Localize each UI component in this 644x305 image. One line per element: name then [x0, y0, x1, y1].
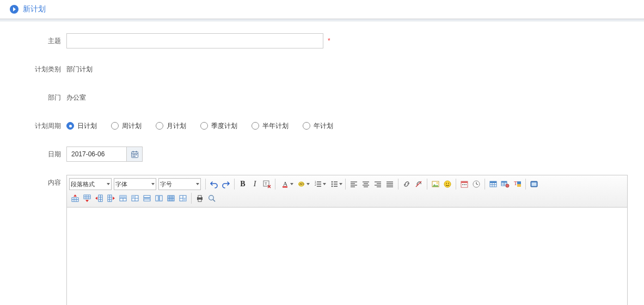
- cycle-radio-option[interactable]: 日计划: [66, 121, 97, 131]
- svg-marker-94: [113, 197, 115, 200]
- table-props-button[interactable]: [499, 178, 511, 190]
- delete-col-icon: [155, 194, 163, 203]
- svg-rect-120: [198, 196, 201, 198]
- svg-rect-9: [134, 156, 135, 157]
- svg-marker-79: [73, 194, 77, 197]
- subject-input[interactable]: [66, 33, 323, 48]
- cycle-radio-option[interactable]: 季度计划: [200, 121, 237, 131]
- clearformat-button[interactable]: T: [261, 178, 273, 190]
- chevron-down-icon: [339, 183, 342, 185]
- row-content: 内容 段落格式 字体 字号 B I: [0, 175, 628, 305]
- delete-row-icon: [143, 194, 151, 203]
- fullscreen-button[interactable]: [528, 178, 540, 190]
- fullscreen-icon: [530, 180, 538, 188]
- radio-icon: [111, 122, 119, 130]
- svg-text:A: A: [283, 180, 287, 187]
- format-select[interactable]: 段落格式: [69, 178, 112, 190]
- cycle-radio-option[interactable]: 半年计划: [252, 121, 289, 131]
- svg-rect-118: [183, 198, 186, 201]
- insert-time-button[interactable]: [470, 178, 482, 190]
- svg-marker-84: [85, 200, 89, 202]
- editor-toolbar: 段落格式 字体 字号 B I T: [67, 175, 627, 208]
- editor-textarea[interactable]: [67, 208, 627, 305]
- insert-date-button[interactable]: [458, 178, 470, 190]
- link-button[interactable]: [401, 178, 413, 190]
- merge-cells-icon: [119, 194, 127, 203]
- split-cells-icon: [131, 194, 139, 203]
- table-cellcolor-button[interactable]: T: [511, 178, 523, 190]
- svg-rect-121: [198, 199, 201, 202]
- ordered-list-button[interactable]: 12: [310, 178, 327, 190]
- emoji-button[interactable]: [441, 178, 453, 190]
- unordered-list-button[interactable]: [327, 178, 343, 190]
- align-center-button[interactable]: [360, 178, 372, 190]
- radio-label: 年计划: [314, 121, 333, 131]
- department-label: 部门: [0, 90, 61, 105]
- svg-text:ab: ab: [299, 182, 304, 186]
- preview-button[interactable]: [206, 192, 218, 204]
- separator: [398, 179, 398, 190]
- department-value: 办公室: [66, 90, 86, 105]
- align-left-icon: [349, 180, 358, 188]
- svg-rect-56: [465, 184, 467, 185]
- table-merge-cells-button[interactable]: [117, 192, 129, 204]
- toolbar-row-1: 段落格式 字体 字号 B I T: [69, 177, 625, 191]
- unlink-button[interactable]: [413, 178, 425, 190]
- table-delete-row-button[interactable]: [141, 192, 153, 204]
- insert-table-button[interactable]: [487, 178, 499, 190]
- date-input[interactable]: [66, 147, 126, 162]
- cell-props-icon: [179, 194, 187, 203]
- svg-text:2: 2: [315, 183, 316, 186]
- align-justify-button[interactable]: [384, 178, 396, 190]
- svg-rect-7: [136, 154, 137, 155]
- align-center-icon: [361, 180, 370, 188]
- undo-button[interactable]: [208, 178, 220, 190]
- svg-rect-53: [461, 181, 468, 183]
- table-delete-button[interactable]: [165, 192, 177, 204]
- print-icon: [195, 194, 204, 203]
- chevron-down-icon: [323, 183, 326, 185]
- table-insert-row-below-button[interactable]: [81, 192, 93, 204]
- align-left-button[interactable]: [348, 178, 360, 190]
- svg-rect-15: [283, 186, 287, 188]
- page-title: 新计划: [23, 4, 46, 14]
- align-right-button[interactable]: [372, 178, 384, 190]
- separator: [456, 179, 456, 190]
- table-insert-col-right-button[interactable]: [105, 192, 117, 204]
- svg-text:T: T: [514, 180, 517, 186]
- cycle-radio-option[interactable]: 周计划: [111, 121, 142, 131]
- table-insert-col-left-button[interactable]: [93, 192, 105, 204]
- table-split-cells-button[interactable]: [129, 192, 141, 204]
- radio-icon: [156, 122, 163, 130]
- date-picker-button[interactable]: [126, 147, 143, 162]
- radio-icon: [200, 122, 208, 130]
- radio-label: 半年计划: [262, 121, 289, 131]
- cycle-radio-group: 日计划周计划月计划季度计划半年计划年计划: [66, 121, 333, 131]
- table-cell-props-button[interactable]: [177, 192, 189, 204]
- insert-image-button[interactable]: [430, 178, 441, 190]
- svg-marker-0: [13, 7, 16, 11]
- unordered-list-icon: [330, 180, 339, 188]
- cycle-radio-option[interactable]: 年计划: [303, 121, 333, 131]
- toolbar-row-2: [69, 191, 625, 205]
- svg-rect-6: [134, 154, 135, 155]
- category-label: 计划类别: [0, 62, 61, 77]
- print-button[interactable]: [194, 192, 206, 204]
- svg-rect-71: [517, 181, 521, 184]
- italic-button[interactable]: I: [249, 178, 261, 190]
- undo-icon: [210, 180, 218, 188]
- table-insert-row-above-button[interactable]: [69, 192, 81, 204]
- font-select[interactable]: 字体: [114, 178, 156, 190]
- table-delete-col-button[interactable]: [153, 192, 165, 204]
- highlight-button[interactable]: ab: [294, 178, 310, 190]
- redo-button[interactable]: [220, 178, 232, 190]
- bold-button[interactable]: B: [237, 178, 249, 190]
- svg-point-69: [506, 184, 509, 187]
- fontcolor-button[interactable]: A: [278, 178, 294, 190]
- svg-point-24: [332, 184, 333, 185]
- cycle-radio-option[interactable]: 月计划: [156, 121, 186, 131]
- redo-icon: [222, 180, 230, 188]
- svg-rect-55: [464, 184, 465, 185]
- fontsize-select[interactable]: 字号: [158, 178, 201, 190]
- radio-icon: [252, 122, 259, 130]
